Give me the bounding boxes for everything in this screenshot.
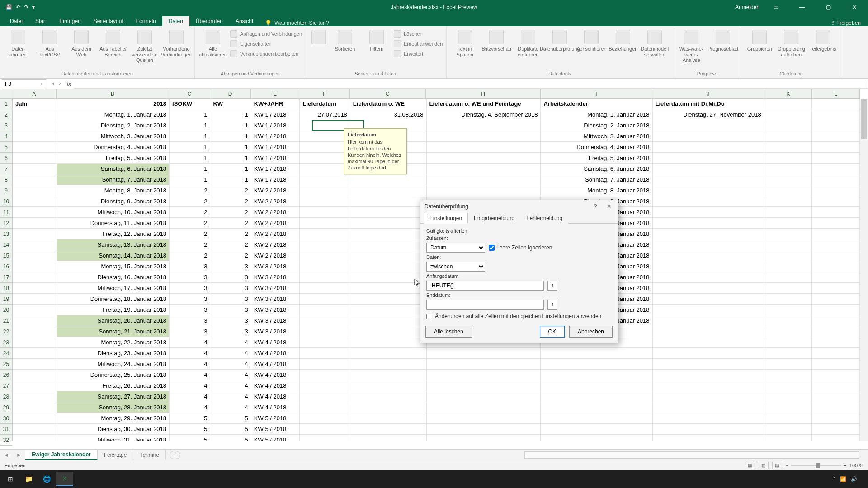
cell-B8[interactable]: Sonntag, 7. Januar 2018 (57, 174, 170, 185)
row-header-30[interactable]: 30 (0, 413, 12, 424)
cell-D24[interactable]: 4 (210, 348, 251, 358)
queries-conn-button[interactable]: Abfragen und Verbindungen (230, 30, 302, 38)
cell-E11[interactable]: KW 2 / 2018 (251, 207, 300, 217)
cell-A2[interactable] (13, 109, 57, 120)
cell-L14[interactable] (812, 239, 860, 250)
relationships-button[interactable]: Beziehungen (609, 28, 637, 52)
row-header-28[interactable]: 28 (0, 391, 12, 402)
cell-D18[interactable]: 3 (210, 283, 251, 293)
cell-J7[interactable] (653, 164, 764, 174)
cell-L23[interactable] (812, 337, 860, 347)
cell-E17[interactable]: KW 3 / 2018 (251, 272, 300, 282)
cell-C11[interactable]: 2 (170, 207, 210, 217)
col-header-I[interactable]: I (541, 89, 653, 98)
subtotal-button[interactable]: Teilergebnis (808, 28, 837, 52)
cell-H3[interactable] (427, 120, 541, 131)
cell-K2[interactable] (764, 109, 812, 120)
cell-L28[interactable] (812, 391, 860, 402)
col-header-J[interactable]: J (652, 89, 764, 98)
dialog-tab-error[interactable]: Fehlermeldung (520, 213, 568, 224)
cell-G28[interactable] (350, 391, 427, 402)
cell-A7[interactable] (13, 164, 57, 174)
close-icon[interactable]: ✕ (844, 0, 864, 14)
cell-J18[interactable] (653, 283, 764, 293)
cell-F4[interactable] (300, 131, 350, 141)
sheet-tab-3[interactable]: Termine (133, 450, 166, 460)
fx-icon[interactable]: fx (67, 81, 74, 87)
cell-K24[interactable] (764, 348, 812, 358)
share-button[interactable]: ⇪ Freigeben (830, 20, 861, 26)
cell-L24[interactable] (812, 348, 860, 358)
cell-I5[interactable]: Donnerstag, 4. Januar 2018 (541, 142, 652, 152)
cell-A21[interactable] (13, 315, 57, 326)
cell-G14[interactable] (350, 239, 427, 250)
cell-J14[interactable] (653, 239, 764, 250)
cell-L5[interactable] (812, 142, 860, 152)
cell-L15[interactable] (812, 250, 860, 261)
cell-C26[interactable]: 4 (170, 370, 210, 380)
cell-F5[interactable] (300, 142, 350, 152)
undo-icon[interactable]: ↶ (16, 4, 20, 10)
task-explorer-icon[interactable]: 📁 (20, 472, 37, 486)
row-header-3[interactable]: 3 (0, 120, 12, 131)
cell-B15[interactable]: Sonntag, 14. Januar 2018 (57, 250, 170, 261)
apply-all-checkbox[interactable]: Änderungen auf alle Zellen mit den gleic… (426, 313, 612, 319)
cell-E14[interactable]: KW 2 / 2018 (251, 239, 300, 250)
cell-H28[interactable] (427, 391, 541, 402)
row-header-27[interactable]: 27 (0, 380, 12, 391)
cell-J15[interactable] (653, 250, 764, 261)
redo-icon[interactable]: ↷ (24, 4, 28, 10)
row-header-20[interactable]: 20 (0, 305, 12, 315)
cell-J27[interactable] (653, 380, 764, 391)
cell-L4[interactable] (812, 131, 860, 141)
page-break-view-icon[interactable]: ▤ (772, 462, 782, 469)
cell-K26[interactable] (764, 370, 812, 380)
cell-B10[interactable]: Dienstag, 9. Januar 2018 (57, 196, 170, 206)
tab-nav-next-icon[interactable]: ► (13, 452, 25, 458)
row-header-12[interactable]: 12 (0, 218, 12, 229)
cell-K4[interactable] (764, 131, 812, 141)
cell-L9[interactable] (812, 185, 860, 196)
col-header-A[interactable]: A (12, 89, 57, 98)
cell-D31[interactable]: 5 (210, 424, 251, 434)
cell-H6[interactable] (427, 153, 541, 163)
cell-A19[interactable] (13, 294, 57, 304)
row-header-29[interactable]: 29 (0, 402, 12, 413)
cell-I27[interactable] (541, 380, 652, 391)
cell-D25[interactable]: 4 (210, 359, 251, 369)
cell-J21[interactable] (653, 315, 764, 326)
row-header-25[interactable]: 25 (0, 359, 12, 370)
cell-B11[interactable]: Mittwoch, 10. Januar 2018 (57, 207, 170, 217)
tab-file[interactable]: Datei (4, 16, 29, 26)
cell-B29[interactable]: Sonntag, 28. Januar 2018 (57, 402, 170, 413)
cell-B32[interactable]: Mittwoch, 31. Januar 2018 (57, 435, 170, 441)
cell-L2[interactable] (812, 109, 860, 120)
cell-F22[interactable] (300, 326, 350, 337)
cell-E27[interactable]: KW 4 / 2018 (251, 380, 300, 391)
cell-G16[interactable] (350, 261, 427, 272)
cell-E6[interactable]: KW 1 / 2018 (251, 153, 300, 163)
cell-G13[interactable] (350, 229, 427, 239)
cell-G18[interactable] (350, 283, 427, 293)
edit-links-button[interactable]: Verknüpfungen bearbeiten (230, 50, 302, 58)
cell-L6[interactable] (812, 153, 860, 163)
tray-volume-icon[interactable]: 🔊 (851, 476, 857, 482)
name-box[interactable]: F3 ▾ (2, 79, 46, 89)
cell-C6[interactable]: 1 (170, 153, 210, 163)
row-header-23[interactable]: 23 (0, 337, 12, 348)
cell-C29[interactable]: 4 (170, 402, 210, 413)
from-table-button[interactable]: Aus Tabelle/ Bereich (99, 28, 127, 57)
cell-C21[interactable]: 3 (170, 315, 210, 326)
cell-J22[interactable] (653, 326, 764, 337)
cell-E19[interactable]: KW 3 / 2018 (251, 294, 300, 304)
row-header-9[interactable]: 9 (0, 185, 12, 196)
tab-layout[interactable]: Seitenlayout (87, 16, 130, 26)
cell-K8[interactable] (764, 174, 812, 185)
tray-network-icon[interactable]: 📶 (840, 476, 846, 482)
cell-K23[interactable] (764, 337, 812, 347)
cell-A27[interactable] (13, 380, 57, 391)
cell-I2[interactable]: Montag, 1. Januar 2018 (541, 109, 652, 120)
cell-K12[interactable] (764, 218, 812, 228)
cell-D32[interactable]: 5 (210, 435, 251, 441)
tab-home[interactable]: Start (29, 16, 53, 26)
